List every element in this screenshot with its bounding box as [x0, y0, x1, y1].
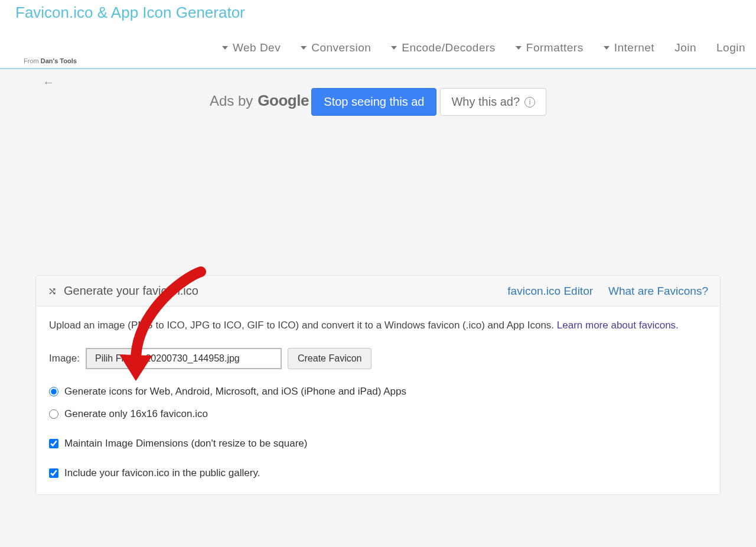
file-choose-button: Pilih File [87, 349, 139, 368]
option-public-gallery: Include your favicon.ico in the public g… [49, 467, 707, 479]
favicon-editor-link[interactable]: favicon.ico Editor [507, 285, 593, 298]
option-label: Maintain Image Dimensions (don't resize … [64, 438, 307, 450]
nav-encode-decoders[interactable]: Encode/Decoders [391, 41, 496, 54]
nav-formatters[interactable]: Formatters [516, 41, 584, 54]
panel-title: Generate your favicon.ico [64, 284, 198, 298]
radio-full-icons[interactable] [49, 387, 58, 396]
what-are-favicons-link[interactable]: What are Favicons? [608, 285, 708, 298]
learn-more-link[interactable]: Learn more about favicons. [557, 320, 679, 331]
caret-icon [301, 46, 307, 50]
back-arrow-icon[interactable]: ← [43, 76, 54, 89]
create-favicon-button[interactable]: Create Favicon [288, 348, 372, 369]
option-label: Generate icons for Web, Android, Microso… [64, 386, 406, 398]
shuffle-icon: ⤭ [48, 285, 57, 298]
nav-label: Join [674, 41, 696, 54]
caret-icon [516, 46, 522, 50]
ads-by-label: Ads by Google [210, 92, 309, 110]
caret-icon [604, 46, 610, 50]
option-label: Include your favicon.ico in the public g… [64, 467, 260, 479]
nav-label: Conversion [311, 41, 371, 54]
ads-by-text: Ads by [210, 93, 253, 109]
ad-buttons: Stop seeing this ad Why this ad? i [311, 88, 546, 116]
from-prefix: From [24, 57, 41, 64]
nav-label: Encode/Decoders [402, 41, 496, 54]
nav-join[interactable]: Join [674, 41, 696, 54]
nav-login[interactable]: Login [716, 41, 745, 54]
file-input[interactable]: Pilih File 20200730_144958.jpg [86, 348, 282, 369]
ad-spacer [33, 116, 723, 275]
panel-body: Upload an image (PNG to ICO, JPG to ICO,… [36, 307, 720, 494]
description-line: Upload an image (PNG to ICO, JPG to ICO,… [49, 318, 707, 333]
option-full-icons: Generate icons for Web, Android, Microso… [49, 386, 707, 398]
nav-web-dev[interactable]: Web Dev [222, 41, 281, 54]
from-line: From Dan's Tools [24, 57, 77, 64]
nav-label: Login [716, 41, 745, 54]
option-label: Generate only 16x16 favicon.ico [64, 408, 208, 420]
why-ad-button[interactable]: Why this ad? i [440, 88, 546, 116]
info-icon: i [524, 97, 535, 108]
ad-area: Ads by Google Stop seeing this ad Why th… [33, 69, 723, 275]
description-text: Upload an image (PNG to ICO, JPG to ICO,… [49, 320, 557, 331]
generator-panel: ⤭ Generate your favicon.ico favicon.ico … [35, 275, 721, 495]
stop-ad-button[interactable]: Stop seeing this ad [311, 88, 436, 116]
nav-label: Web Dev [233, 41, 281, 54]
why-ad-label: Why this ad? [451, 95, 520, 109]
option-maintain-dimensions: Maintain Image Dimensions (don't resize … [49, 438, 707, 450]
panel-header-left: ⤭ Generate your favicon.ico [48, 284, 198, 298]
caret-icon [222, 46, 228, 50]
google-logo: Google [258, 92, 309, 110]
panel-header: ⤭ Generate your favicon.ico favicon.ico … [36, 276, 720, 307]
nav-conversion[interactable]: Conversion [301, 41, 371, 54]
image-row: Image: Pilih File 20200730_144958.jpg Cr… [49, 348, 707, 369]
nav-label: Internet [614, 41, 654, 54]
file-name-display: 20200730_144958.jpg [139, 349, 245, 368]
top-bar: Favicon.ico & App Icon Generator From Da… [0, 0, 756, 69]
panel-links: favicon.ico Editor What are Favicons? [507, 285, 708, 298]
checkbox-maintain-dimensions[interactable] [49, 439, 58, 448]
image-label: Image: [49, 353, 80, 364]
site-title: Favicon.ico & App Icon Generator [0, 0, 756, 22]
nav-internet[interactable]: Internet [604, 41, 654, 54]
caret-icon [391, 46, 397, 50]
nav-label: Formatters [526, 41, 584, 54]
from-source: Dan's Tools [41, 57, 77, 64]
checkbox-public-gallery[interactable] [49, 468, 58, 478]
option-16x16: Generate only 16x16 favicon.ico [49, 408, 707, 420]
radio-16x16[interactable] [49, 409, 58, 419]
top-nav: Web Dev Conversion Encode/Decoders Forma… [222, 41, 745, 54]
